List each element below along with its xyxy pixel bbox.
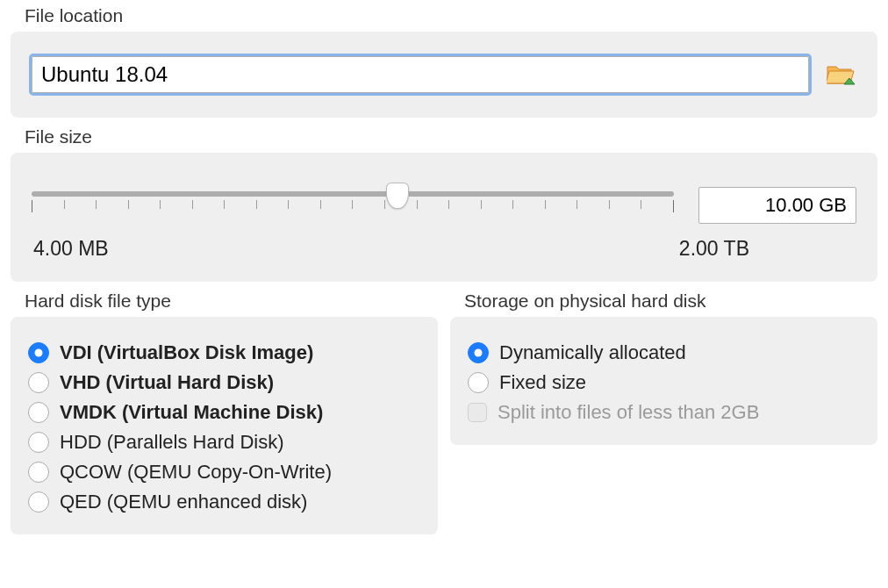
disk-type-option-5[interactable]: QED (QEMU enhanced disk) xyxy=(28,491,420,513)
disk-type-panel: VDI (VirtualBox Disk Image)VHD (Virtual … xyxy=(11,317,438,534)
disk-type-option-label: VHD (Virtual Hard Disk) xyxy=(60,371,274,394)
file-size-value-input[interactable] xyxy=(698,187,856,224)
radio-icon xyxy=(28,372,49,393)
file-size-label: File size xyxy=(25,126,877,147)
file-location-label: File location xyxy=(25,5,877,26)
radio-icon xyxy=(28,432,49,453)
disk-type-option-label: QED (QEMU enhanced disk) xyxy=(60,491,307,513)
disk-type-option-label: VDI (VirtualBox Disk Image) xyxy=(60,341,313,364)
storage-option-label: Fixed size xyxy=(499,371,586,394)
file-location-panel xyxy=(11,32,877,118)
radio-icon xyxy=(28,491,49,513)
radio-icon xyxy=(28,342,49,363)
radio-icon xyxy=(28,462,49,483)
storage-option-1[interactable]: Fixed size xyxy=(468,371,860,394)
file-location-input[interactable] xyxy=(32,56,809,93)
disk-type-option-label: HDD (Parallels Hard Disk) xyxy=(60,431,283,454)
disk-type-option-2[interactable]: VMDK (Virtual Machine Disk) xyxy=(28,401,420,424)
radio-icon xyxy=(468,342,489,363)
file-size-max-label: 2.00 TB xyxy=(679,237,749,261)
disk-type-option-3[interactable]: HDD (Parallels Hard Disk) xyxy=(28,431,420,454)
checkbox-icon xyxy=(468,403,487,422)
storage-split-label: Split into files of less than 2GB xyxy=(498,401,759,424)
radio-icon xyxy=(28,402,49,423)
file-size-panel: 4.00 MB 2.00 TB xyxy=(11,153,877,282)
folder-open-icon xyxy=(827,61,856,89)
file-size-slider[interactable] xyxy=(32,184,674,226)
disk-type-option-0[interactable]: VDI (VirtualBox Disk Image) xyxy=(28,341,420,364)
storage-option-0[interactable]: Dynamically allocated xyxy=(468,341,860,364)
disk-type-option-label: VMDK (Virtual Machine Disk) xyxy=(60,401,323,424)
storage-panel: Dynamically allocatedFixed sizeSplit int… xyxy=(450,317,877,445)
disk-type-label: Hard disk file type xyxy=(25,290,438,312)
storage-split-checkbox: Split into files of less than 2GB xyxy=(468,401,860,424)
storage-label: Storage on physical hard disk xyxy=(464,290,877,312)
disk-type-option-1[interactable]: VHD (Virtual Hard Disk) xyxy=(28,371,420,394)
disk-type-option-4[interactable]: QCOW (QEMU Copy-On-Write) xyxy=(28,461,420,484)
disk-type-option-label: QCOW (QEMU Copy-On-Write) xyxy=(60,461,332,484)
storage-option-label: Dynamically allocated xyxy=(499,341,686,364)
radio-icon xyxy=(468,372,489,393)
file-size-min-label: 4.00 MB xyxy=(33,237,109,261)
browse-folder-button[interactable] xyxy=(827,61,856,88)
